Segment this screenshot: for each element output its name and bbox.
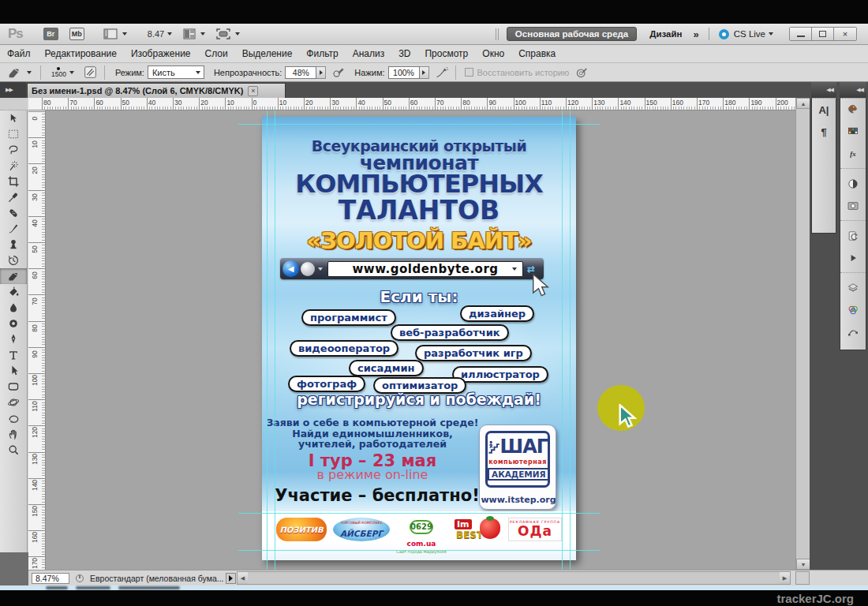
minimize-button[interactable] <box>790 28 812 40</box>
screen-mode-caret[interactable] <box>235 32 240 36</box>
eyedropper-tool[interactable] <box>0 189 27 205</box>
guide-vertical[interactable] <box>562 110 563 570</box>
magic-wand-tool[interactable] <box>0 158 27 174</box>
horizontal-ruler[interactable]: 8070605040302010010203040506070809010011… <box>28 98 795 110</box>
eraser-tool-icon[interactable] <box>6 65 22 80</box>
zoom-level-caret[interactable] <box>167 32 172 36</box>
eraser-tool[interactable] <box>0 268 27 284</box>
masks-panel-icon[interactable] <box>840 195 866 217</box>
actions-panel-icon[interactable] <box>840 247 866 269</box>
workspace-main-button[interactable]: Основная рабочая среда <box>507 27 637 41</box>
status-zoom-field[interactable]: 8.47% <box>32 573 69 584</box>
color-panel-icon[interactable] <box>840 99 866 121</box>
paths-panel-icon[interactable] <box>840 321 866 343</box>
scroll-right-icon[interactable]: ▶ <box>780 572 790 584</box>
channels-panel-icon[interactable] <box>840 299 866 321</box>
paragraph-panel-icon[interactable]: ¶ <box>812 121 836 143</box>
mode-select[interactable]: Кисть <box>148 65 204 79</box>
guide-horizontal[interactable] <box>238 124 600 125</box>
zoom-level-field[interactable]: 8.47 <box>148 29 164 39</box>
history-brush-tool[interactable] <box>0 252 27 268</box>
guide-horizontal[interactable] <box>238 550 600 551</box>
document-tab[interactable]: Без имени-1.psd @ 8.47% (Слой 6, CMYK/8/… <box>27 83 286 98</box>
menu-item-5[interactable]: Фильтр <box>299 48 345 59</box>
type-tool[interactable] <box>0 347 27 363</box>
character-panel-icon[interactable]: A| <box>812 99 836 121</box>
restore-history-checkbox[interactable] <box>465 68 473 77</box>
workspace-design-button[interactable]: Дизайн <box>649 29 682 39</box>
spot-healing-tool[interactable] <box>0 205 27 221</box>
canvas-area[interactable]: Всеукраинский открытый чемпионат КОМПЬЮТ… <box>46 110 795 570</box>
zoom-tool[interactable] <box>0 442 27 458</box>
tablet-pressure-icon[interactable] <box>575 66 588 79</box>
menu-item-3[interactable]: Слои <box>198 48 235 59</box>
vertical-ruler[interactable]: 0102030405060708090100110120130140150160… <box>28 110 46 570</box>
brush-tool[interactable] <box>0 221 27 237</box>
dodge-tool[interactable] <box>0 316 27 331</box>
screen-mode-icon[interactable] <box>216 28 230 39</box>
poster-document[interactable]: Всеукраинский открытый чемпионат КОМПЬЮТ… <box>262 117 576 560</box>
cs-live-button[interactable]: CS Live <box>734 29 765 39</box>
pen-tool[interactable] <box>0 331 27 347</box>
flow-slider-button[interactable] <box>420 66 429 79</box>
menu-item-7[interactable]: 3D <box>391 48 417 59</box>
document-info-menu-button[interactable] <box>226 573 236 584</box>
view-extras-icon[interactable] <box>103 28 118 39</box>
mini-bridge-button[interactable]: Mb <box>69 28 84 40</box>
guide-vertical[interactable] <box>275 110 275 570</box>
menu-item-6[interactable]: Анализ <box>346 48 392 59</box>
flow-field[interactable]: 100% <box>388 66 420 79</box>
menu-item-0[interactable]: Файл <box>0 48 38 59</box>
bridge-button[interactable]: Br <box>43 28 58 40</box>
layers-panel-icon[interactable] <box>840 277 866 299</box>
tool-panel-gripper[interactable] <box>0 98 28 110</box>
workspace-overflow-button[interactable]: » <box>693 28 698 40</box>
tool-panel-collapse-button[interactable]: ▶▶ <box>0 82 26 98</box>
history-panel-icon[interactable] <box>840 225 866 247</box>
menu-item-2[interactable]: Изображение <box>124 48 198 59</box>
vertical-scrollbar[interactable]: ▲ ▼ <box>795 98 810 570</box>
tab-close-icon[interactable]: × <box>248 86 258 96</box>
path-select-tool[interactable] <box>0 363 27 379</box>
hand-tool[interactable] <box>0 426 27 442</box>
scroll-left-icon[interactable]: ◀ <box>238 572 248 584</box>
brush-preset-caret[interactable] <box>69 71 74 74</box>
brush-preset-picker[interactable]: 1500 <box>51 67 66 78</box>
clone-stamp-tool[interactable] <box>0 237 27 252</box>
marquee-tool[interactable] <box>0 126 27 142</box>
toggle-brush-panel-icon[interactable] <box>84 65 97 79</box>
styles-panel-icon[interactable]: fx <box>840 143 866 165</box>
scroll-down-icon[interactable]: ▼ <box>796 559 810 570</box>
lasso-tool[interactable] <box>0 142 27 158</box>
arrange-documents-icon[interactable] <box>183 28 196 39</box>
crop-tool[interactable] <box>0 174 27 189</box>
menu-item-8[interactable]: Просмотр <box>417 48 475 59</box>
horizontal-scrollbar[interactable]: ◀ ▶ <box>237 571 791 585</box>
guide-vertical[interactable] <box>570 110 571 570</box>
airbrush-icon[interactable] <box>436 66 448 79</box>
scroll-up-icon[interactable]: ▲ <box>796 98 810 109</box>
orbit-3d-tool[interactable] <box>0 410 27 426</box>
guide-horizontal[interactable] <box>238 513 600 514</box>
move-tool[interactable] <box>0 110 27 126</box>
view-extras-caret[interactable] <box>122 32 127 36</box>
menu-item-9[interactable]: Окно <box>475 48 511 59</box>
dock-collapse-button[interactable]: ◀◀ <box>840 82 866 98</box>
opacity-slider-button[interactable] <box>316 66 326 79</box>
blur-tool[interactable] <box>0 300 27 316</box>
menu-item-10[interactable]: Справка <box>511 48 563 59</box>
pressure-opacity-icon[interactable] <box>332 66 345 79</box>
menu-item-1[interactable]: Редактирование <box>38 48 124 59</box>
cs-live-caret[interactable] <box>769 32 773 36</box>
eraser-preset-caret[interactable] <box>27 71 32 74</box>
shape-tool[interactable] <box>0 379 27 395</box>
paint-bucket-tool[interactable] <box>0 284 27 300</box>
guide-vertical[interactable] <box>267 110 268 570</box>
arrange-documents-caret[interactable] <box>200 32 205 36</box>
dock-collapse-button[interactable]: ◀◀ <box>811 82 836 98</box>
close-button[interactable]: × <box>834 28 856 40</box>
adjustments-panel-icon[interactable] <box>840 173 866 195</box>
opacity-field[interactable]: 48% <box>285 66 316 79</box>
swatches-panel-icon[interactable] <box>840 121 866 143</box>
restore-button[interactable] <box>812 28 834 40</box>
